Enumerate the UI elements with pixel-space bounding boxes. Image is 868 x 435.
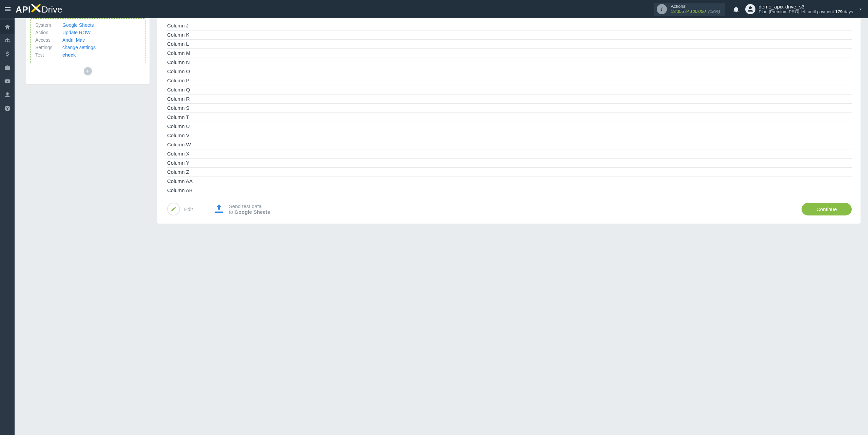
edit-label: Edit: [184, 206, 193, 212]
column-row[interactable]: Column T: [167, 113, 852, 122]
logo-api: API: [16, 4, 31, 15]
column-row[interactable]: Column Q: [167, 85, 852, 95]
user-menu-expand[interactable]: [856, 6, 865, 12]
column-list: Column JColumn KColumn LColumn MColumn N…: [167, 21, 852, 195]
column-row[interactable]: Column P: [167, 76, 852, 85]
menu-toggle[interactable]: [2, 3, 14, 15]
nav-account[interactable]: [0, 88, 15, 102]
bell-icon: [733, 6, 739, 13]
add-step-button[interactable]: +: [84, 67, 92, 75]
column-row[interactable]: Column J: [167, 21, 852, 30]
summary-value-link[interactable]: Andrii Mav: [62, 37, 85, 43]
summary-value-link[interactable]: change settings: [62, 45, 96, 50]
help-icon: [4, 105, 11, 112]
continue-button[interactable]: Continue: [802, 203, 852, 215]
pencil-icon: [171, 206, 177, 212]
summary-row: AccessAndrii Mav: [35, 36, 140, 44]
summary-row: ActionUpdate ROW: [35, 29, 140, 36]
actions-usage-text: Actions: 18'055 of 100'000 (18%): [671, 4, 720, 14]
nav-help[interactable]: [0, 102, 15, 115]
summary-key: Action: [35, 30, 60, 35]
upload-icon: [213, 203, 225, 214]
column-row[interactable]: Column K: [167, 30, 852, 40]
summary-row: SystemGoogle Sheets: [35, 21, 140, 29]
summary-key: Test: [35, 52, 60, 58]
column-row[interactable]: Column L: [167, 40, 852, 49]
youtube-icon: [4, 78, 11, 85]
summary-key: System: [35, 22, 60, 28]
summary-value-link[interactable]: check: [62, 52, 76, 58]
nav-home[interactable]: [0, 20, 15, 34]
topbar: API Drive i Actions: 18'055 of 100'000 (…: [0, 0, 868, 18]
panel-footer: Edit Send test data to Google Sheets Con…: [167, 203, 852, 215]
send-test-button[interactable]: Send test data to Google Sheets: [213, 203, 270, 215]
nav-billing[interactable]: [0, 47, 15, 61]
logo-x-icon: [31, 4, 41, 13]
briefcase-icon: [4, 64, 11, 71]
logo-drive: Drive: [42, 4, 62, 15]
app-logo[interactable]: API Drive: [16, 4, 62, 15]
user-menu[interactable]: demo_apix-drive_s3 Plan |Premium PRO| le…: [745, 4, 853, 15]
column-row[interactable]: Column AB: [167, 186, 852, 195]
notifications-button[interactable]: [730, 6, 742, 13]
dollar-icon: [4, 51, 11, 58]
nav-tutorials[interactable]: [0, 75, 15, 88]
column-row[interactable]: Column U: [167, 122, 852, 131]
column-row[interactable]: Column O: [167, 67, 852, 76]
summary-row: Testcheck: [35, 51, 140, 59]
mapping-panel: Column JColumn KColumn LColumn MColumn N…: [157, 18, 861, 224]
info-icon: i: [657, 4, 667, 14]
connection-summary-card: SystemGoogle SheetsActionUpdate ROWAcces…: [26, 18, 150, 84]
column-row[interactable]: Column X: [167, 149, 852, 159]
column-row[interactable]: Column S: [167, 104, 852, 113]
column-row[interactable]: Column Z: [167, 168, 852, 177]
summary-value-link[interactable]: Google Sheets: [62, 22, 94, 28]
column-row[interactable]: Column M: [167, 49, 852, 58]
column-row[interactable]: Column AA: [167, 177, 852, 186]
column-row[interactable]: Column V: [167, 131, 852, 140]
chevron-down-icon: [858, 6, 863, 12]
send-test-label: Send test data to Google Sheets: [229, 203, 270, 215]
column-row[interactable]: Column Y: [167, 159, 852, 168]
nav-connections[interactable]: [0, 34, 15, 47]
nav-integrations[interactable]: [0, 61, 15, 75]
edit-button[interactable]: Edit: [167, 203, 193, 215]
column-row[interactable]: Column R: [167, 95, 852, 104]
summary-value-link[interactable]: Update ROW: [62, 30, 91, 35]
connection-summary-box: SystemGoogle SheetsActionUpdate ROWAcces…: [30, 18, 145, 63]
side-nav: [0, 18, 15, 435]
summary-key: Settings: [35, 45, 60, 50]
hamburger-icon: [4, 5, 12, 13]
avatar: [745, 4, 755, 14]
home-icon: [4, 24, 11, 30]
actions-usage-pill[interactable]: i Actions: 18'055 of 100'000 (18%): [654, 3, 725, 16]
column-row[interactable]: Column N: [167, 58, 852, 67]
user-icon: [4, 91, 11, 98]
summary-key: Access: [35, 37, 60, 43]
sitemap-icon: [4, 37, 11, 44]
summary-row: Settingschange settings: [35, 44, 140, 51]
user-info: demo_apix-drive_s3 Plan |Premium PRO| le…: [759, 4, 853, 15]
avatar-icon: [747, 5, 754, 13]
column-row[interactable]: Column W: [167, 140, 852, 149]
